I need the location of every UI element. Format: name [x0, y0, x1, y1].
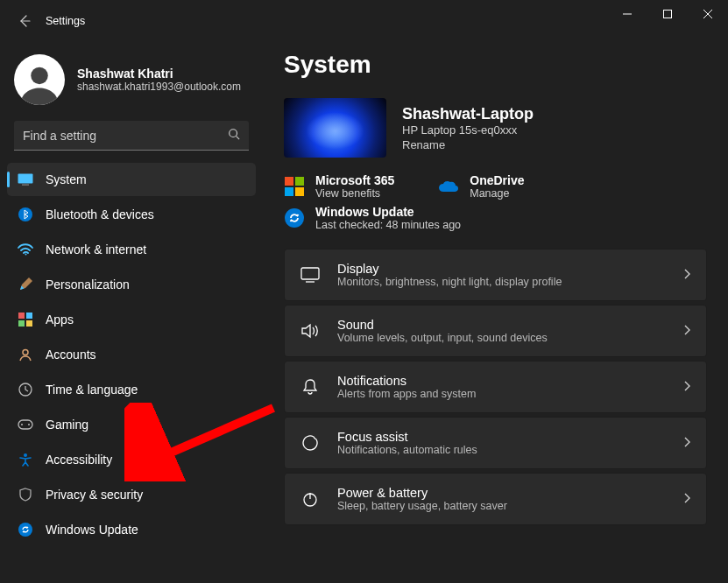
svg-point-11 — [23, 350, 28, 355]
sidebar-item-accounts[interactable]: Accounts — [7, 338, 256, 371]
sidebar-item-label: Apps — [46, 313, 74, 327]
svg-rect-23 — [301, 268, 319, 279]
sidebar-item-time-language[interactable]: Time & language — [7, 373, 256, 406]
sidebar: Shashwat Khatri shashwat.khatri1993@outl… — [0, 42, 263, 583]
svg-point-15 — [28, 424, 30, 425]
sidebar-item-apps[interactable]: Apps — [7, 303, 256, 336]
svg-rect-8 — [26, 313, 32, 319]
service-title: OneDrive — [470, 173, 524, 187]
windows-update-icon — [18, 522, 33, 537]
device-thumbnail[interactable] — [284, 98, 386, 158]
notifications-icon — [300, 377, 320, 397]
user-name: Shashwat Khatri — [77, 67, 241, 81]
sidebar-item-label: Windows Update — [46, 523, 138, 537]
services-row: Microsoft 365 View benefits OneDrive Man… — [284, 173, 707, 231]
main-content: System Shashwat-Laptop HP Laptop 15s-eq0… — [263, 42, 728, 583]
minimize-button[interactable] — [607, 0, 647, 28]
search-icon — [228, 128, 240, 143]
display-icon — [300, 265, 320, 284]
service-windows-update[interactable]: Windows Update Last checked: 48 minutes … — [284, 205, 707, 231]
user-block[interactable]: Shashwat Khatri shashwat.khatri1993@outl… — [0, 51, 263, 121]
service-sub: Manage — [470, 187, 524, 200]
sidebar-item-label: Network & internet — [46, 242, 146, 256]
svg-rect-13 — [18, 420, 32, 429]
sidebar-item-system[interactable]: System — [7, 163, 256, 196]
chevron-right-icon — [683, 268, 690, 282]
rename-link[interactable]: Rename — [402, 138, 534, 151]
onedrive-icon — [438, 176, 459, 197]
sidebar-item-accessibility[interactable]: Accessibility — [7, 443, 256, 476]
personalization-icon — [18, 277, 33, 292]
sidebar-item-privacy[interactable]: Privacy & security — [7, 478, 256, 511]
sidebar-item-network[interactable]: Network & internet — [7, 233, 256, 266]
card-notifications[interactable]: Notifications Alerts from apps and syste… — [284, 361, 707, 413]
close-button[interactable] — [688, 0, 728, 28]
card-title: Focus assist — [337, 430, 666, 444]
service-onedrive[interactable]: OneDrive Manage — [438, 173, 524, 200]
card-title: Display — [337, 262, 666, 276]
sidebar-item-bluetooth[interactable]: Bluetooth & devices — [7, 198, 256, 231]
service-title: Microsoft 365 — [315, 173, 394, 187]
chevron-right-icon — [683, 380, 690, 394]
page-title: System — [284, 51, 707, 79]
accessibility-icon — [18, 452, 33, 467]
window-title: Settings — [46, 15, 85, 27]
sidebar-item-label: Bluetooth & devices — [46, 207, 154, 221]
device-header: Shashwat-Laptop HP Laptop 15s-eq0xxx Ren… — [284, 98, 707, 158]
svg-rect-9 — [18, 320, 25, 327]
svg-point-16 — [24, 453, 27, 457]
sidebar-item-gaming[interactable]: Gaming — [7, 408, 256, 441]
chevron-right-icon — [683, 492, 690, 506]
svg-rect-4 — [22, 185, 29, 186]
card-title: Power & battery — [337, 486, 666, 500]
settings-cards: Display Monitors, brightness, night ligh… — [284, 249, 707, 525]
service-sub: View benefits — [315, 187, 394, 200]
search-input[interactable] — [23, 129, 228, 143]
avatar — [14, 54, 65, 105]
sidebar-item-label: Time & language — [46, 383, 138, 397]
sidebar-item-label: Accounts — [46, 348, 96, 362]
sidebar-item-personalization[interactable]: Personalization — [7, 268, 256, 301]
sidebar-item-label: System — [46, 172, 87, 186]
svg-point-2 — [230, 130, 237, 137]
service-sub: Last checked: 48 minutes ago — [315, 219, 461, 231]
card-sub: Sleep, battery usage, battery saver — [337, 500, 666, 512]
card-title: Sound — [337, 318, 666, 332]
card-display[interactable]: Display Monitors, brightness, night ligh… — [284, 249, 707, 301]
card-sound[interactable]: Sound Volume levels, output, input, soun… — [284, 305, 707, 357]
back-button[interactable] — [16, 12, 33, 30]
maximize-button[interactable] — [647, 0, 688, 28]
svg-rect-20 — [285, 187, 293, 196]
card-sub: Alerts from apps and system — [337, 388, 666, 400]
sidebar-item-label: Accessibility — [46, 453, 112, 467]
svg-point-17 — [18, 523, 32, 537]
sidebar-item-label: Gaming — [46, 418, 88, 432]
windows-update-icon — [284, 207, 305, 228]
time-language-icon — [18, 382, 33, 397]
focus-assist-icon — [300, 433, 320, 453]
microsoft365-icon — [284, 176, 305, 197]
card-power-battery[interactable]: Power & battery Sleep, battery usage, ba… — [284, 473, 707, 525]
svg-point-14 — [21, 424, 23, 425]
apps-icon — [18, 312, 33, 327]
system-icon — [18, 172, 33, 187]
card-title: Notifications — [337, 374, 666, 388]
sidebar-item-windows-update[interactable]: Windows Update — [7, 513, 256, 546]
sidebar-item-label: Personalization — [46, 277, 130, 292]
card-sub: Monitors, brightness, night light, displ… — [337, 276, 666, 288]
card-sub: Volume levels, output, input, sound devi… — [337, 332, 666, 344]
sidebar-nav: System Bluetooth & devices Network & int… — [0, 163, 263, 546]
power-icon — [300, 489, 320, 509]
network-icon — [18, 242, 33, 257]
svg-point-22 — [285, 208, 304, 228]
service-microsoft365[interactable]: Microsoft 365 View benefits — [284, 173, 394, 200]
search-box[interactable] — [14, 121, 249, 151]
user-email: shashwat.khatri1993@outlook.com — [77, 81, 241, 93]
gaming-icon — [18, 417, 33, 432]
svg-rect-21 — [295, 187, 304, 196]
chevron-right-icon — [683, 436, 690, 450]
card-focus-assist[interactable]: Focus assist Notifications, automatic ru… — [284, 417, 707, 469]
privacy-icon — [18, 487, 33, 502]
svg-point-6 — [25, 254, 27, 256]
svg-point-1 — [31, 67, 48, 85]
